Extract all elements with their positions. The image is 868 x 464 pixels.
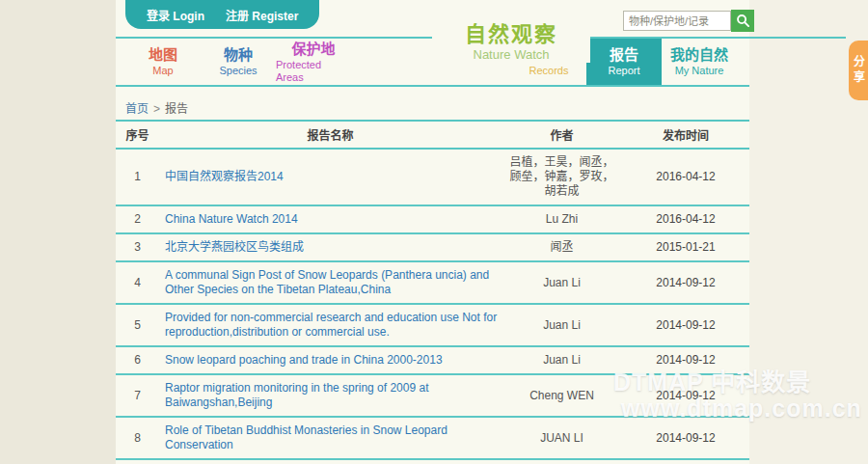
nav-item-label-zh: 报告 <box>610 46 638 64</box>
row-number: 1 <box>116 149 159 205</box>
nav-item-label-en: Protected Areas <box>276 59 351 84</box>
report-date: 2016-04-12 <box>622 205 749 233</box>
report-title-cell: China Nature Watch 2014 <box>159 205 502 233</box>
nav-item-report[interactable]: 报告 Report <box>586 39 662 85</box>
report-title-cell: 中国自然观察报告2014 <box>159 149 502 205</box>
table-row: 1 中国自然观察报告2014 吕植，王昊，闻丞，顾垒，钟嘉，罗玫，胡若成 201… <box>116 149 749 205</box>
report-title-cell: Raptor migration monitoring in the sprin… <box>159 374 502 417</box>
report-author: JUAN LI <box>502 417 622 459</box>
table-row: 3 北京大学燕园校区鸟类组成 闻丞 2015-01-21 <box>116 233 749 261</box>
register-link[interactable]: 注册 Register <box>226 7 298 23</box>
report-title-link[interactable]: China Nature Watch 2014 <box>165 212 298 226</box>
nav-item-label-en: Species <box>219 65 257 77</box>
nav-item-label-en: Records <box>529 65 569 77</box>
search-box <box>623 10 754 32</box>
report-title-link[interactable]: Snow leopard poaching and trade in China… <box>165 353 443 367</box>
report-date: 2014-09-12 <box>622 304 749 346</box>
report-title-cell: Snow leopard poaching and trade in China… <box>159 346 502 374</box>
login-link[interactable]: 登录 Login <box>147 7 204 23</box>
col-header-title: 报告名称 <box>159 121 502 149</box>
table-row: 7 Raptor migration monitoring in the spr… <box>116 374 749 417</box>
report-date: 2014-09-12 <box>622 261 749 304</box>
breadcrumb: 首页>报告 <box>125 99 188 116</box>
report-title-cell: Role of Tibetan Buddhist Monasteries in … <box>159 417 502 459</box>
site-title: 自然观察 Nature Watch <box>432 22 590 63</box>
row-number: 4 <box>116 261 159 304</box>
nav-item-label-zh: 保护地 <box>291 41 335 58</box>
nav-item-label-zh: 我的自然 <box>670 46 728 64</box>
table-row: 6 Snow leopard poaching and trade in Chi… <box>116 346 749 374</box>
row-number: 8 <box>116 417 159 459</box>
report-title-cell: Provided for non-commercial research and… <box>159 304 502 346</box>
breadcrumb-current: 报告 <box>165 102 188 116</box>
report-date: 2016-04-12 <box>622 149 749 205</box>
report-title-cell: 北京大学燕园校区鸟类组成 <box>159 233 502 261</box>
nature-watch-page: 登录 Login 注册 Register 自然观察 Nature Watch 地… <box>0 0 868 464</box>
table-row: 9 Seasonal Food Habits and Human conflic… <box>116 459 749 464</box>
report-author: 闻丞 <box>502 233 622 261</box>
login-register-tab: 登录 Login 注册 Register <box>125 0 319 29</box>
nav-item-label-en: My Nature <box>675 65 724 77</box>
report-date: 2014-09-12 <box>622 417 749 459</box>
nav-item-label-en: Report <box>608 65 639 77</box>
report-title-link[interactable]: Raptor migration monitoring in the sprin… <box>165 381 429 409</box>
row-number: 3 <box>116 233 159 261</box>
nav-item-species[interactable]: 物种 Species <box>201 39 276 85</box>
report-date: 2014-09-12 <box>622 346 749 374</box>
report-author: Cheng WEN <box>502 374 622 417</box>
report-date: 2014-09-12 <box>622 374 749 417</box>
row-number: 6 <box>116 346 159 374</box>
site-title-en: Nature Watch <box>432 47 590 63</box>
nav-item-map[interactable]: 地图 Map <box>125 39 201 85</box>
report-author: 吕植，王昊，闻丞，顾垒，钟嘉，罗玫，胡若成 <box>502 149 622 205</box>
col-header-date: 发布时间 <box>622 121 749 149</box>
report-author: Juan Li <box>502 304 622 346</box>
report-table-body: 1 中国自然观察报告2014 吕植，王昊，闻丞，顾垒，钟嘉，罗玫，胡若成 201… <box>116 149 749 464</box>
share-label: 分享 <box>851 55 867 86</box>
nav-item-protected-areas[interactable]: 保护地 Protected Areas <box>276 39 351 85</box>
report-title-link[interactable]: Provided for non-commercial research and… <box>165 311 497 339</box>
report-title-link[interactable]: Role of Tibetan Buddhist Monasteries in … <box>165 423 448 451</box>
nav-item-label-en: Map <box>152 65 173 77</box>
report-title-link[interactable]: 北京大学燕园校区鸟类组成 <box>165 240 304 254</box>
breadcrumb-home-link[interactable]: 首页 <box>125 102 149 116</box>
table-header-row: 序号 报告名称 作者 发布时间 <box>116 121 749 149</box>
table-row: 2 China Nature Watch 2014 Lu Zhi 2016-04… <box>116 205 749 233</box>
report-date: 2015-01-21 <box>622 233 749 261</box>
report-author: Lan Wu <box>502 459 622 464</box>
breadcrumb-separator: > <box>153 102 160 116</box>
col-header-author: 作者 <box>502 121 622 149</box>
row-number: 9 <box>116 459 159 464</box>
nav-item-label-zh: 物种 <box>224 46 253 64</box>
search-button[interactable] <box>731 10 754 32</box>
site-title-zh: 自然观察 <box>432 22 590 47</box>
report-title-cell: Seasonal Food Habits and Human conflict … <box>159 459 502 464</box>
row-number: 5 <box>116 304 159 346</box>
report-title-link[interactable]: A communal Sign Post of Snow Leopards (P… <box>165 268 489 296</box>
col-header-no: 序号 <box>116 121 159 149</box>
report-date: 2014-09-12 <box>622 459 749 464</box>
table-row: 5 Provided for non-commercial research a… <box>116 304 749 346</box>
table-row: 4 A communal Sign Post of Snow Leopards … <box>116 261 749 304</box>
nav-item-my-nature[interactable]: 我的自然 My Nature <box>662 39 737 85</box>
report-table: 序号 报告名称 作者 发布时间 1 中国自然观察报告2014 吕植，王昊，闻丞，… <box>116 120 749 464</box>
row-number: 7 <box>116 374 159 417</box>
report-title-cell: A communal Sign Post of Snow Leopards (P… <box>159 261 502 304</box>
table-row: 8 Role of Tibetan Buddhist Monasteries i… <box>116 417 749 459</box>
nav-item-label-zh: 地图 <box>149 46 177 64</box>
share-tab[interactable]: 分享 <box>849 41 868 100</box>
report-title-link[interactable]: 中国自然观察报告2014 <box>165 170 284 183</box>
search-input[interactable] <box>623 11 731 31</box>
search-icon <box>736 14 750 28</box>
report-author: Lu Zhi <box>502 205 622 233</box>
row-number: 2 <box>116 205 159 233</box>
report-author: Juan Li <box>502 261 622 304</box>
report-author: Juan Li <box>502 346 622 374</box>
